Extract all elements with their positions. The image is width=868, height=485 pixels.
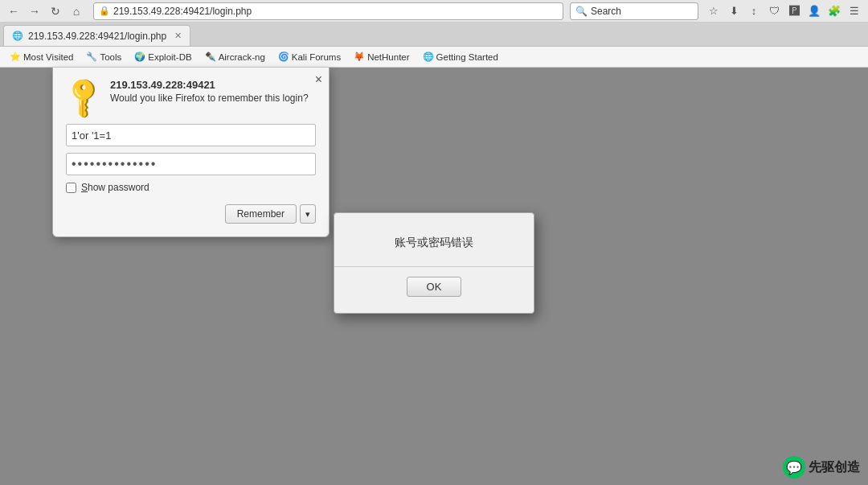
bookmark-aircrack-label: Aircrack-ng	[219, 52, 265, 62]
popup-title-block: 219.153.49.228:49421 Would you like Fire…	[110, 79, 316, 104]
forward-button[interactable]: →	[26, 2, 43, 20]
alert-separator	[334, 266, 534, 267]
bookmark-aircrack[interactable]: ✒️ Aircrack-ng	[200, 50, 270, 64]
bookmark-exploit-icon: 🌍	[134, 51, 145, 62]
menu-icon[interactable]: ☰	[845, 2, 863, 20]
search-icon: 🔍	[575, 6, 588, 17]
alert-dialog: 账号或密码错误 OK	[334, 212, 534, 314]
reload-button[interactable]: ↻	[47, 2, 64, 20]
popup-domain: 219.153.49.228:49421	[110, 79, 316, 91]
download-icon[interactable]: ⬇	[725, 2, 743, 20]
pocket-icon[interactable]: 🅿	[785, 2, 803, 20]
watermark: 💬 先驱创造	[783, 456, 860, 479]
popup-question: Would you like Firefox to remember this …	[110, 92, 316, 104]
alert-content: 账号或密码错误 OK	[334, 213, 534, 313]
watermark-text: 先驱创造	[809, 459, 860, 476]
tab-bar: 🌐 219.153.49.228:49421/login.php ✕	[0, 23, 868, 47]
tab-close-button[interactable]: ✕	[174, 31, 182, 41]
bookmark-nethunter[interactable]: 🦊 NetHunter	[349, 50, 414, 64]
user-icon[interactable]: 👤	[805, 2, 823, 20]
toolbar-icons: ☆ ⬇ ↕ 🛡 🅿 👤 🧩 ☰	[705, 2, 863, 20]
title-bar: ← → ↻ ⌂ 🔒 219.153.49.228:49421/login.php…	[0, 0, 868, 23]
key-icon: 🔑	[59, 72, 109, 122]
bookmark-tools[interactable]: 🔧 Tools	[81, 50, 126, 64]
wechat-icon: 💬	[783, 456, 805, 479]
page-content: × 🔑 219.153.49.228:49421 Would you like …	[0, 68, 868, 485]
show-password-row: Show password	[66, 182, 316, 193]
show-password-checkbox[interactable]	[66, 183, 76, 193]
bookmark-exploit-label: Exploit-DB	[148, 52, 191, 62]
bookmark-nethunter-label: NetHunter	[367, 52, 409, 62]
bookmark-nethunter-icon: 🦊	[354, 51, 365, 62]
bookmark-exploit-db[interactable]: 🌍 Exploit-DB	[129, 50, 196, 64]
search-bar[interactable]: 🔍 Search	[570, 2, 698, 20]
search-placeholder: Search	[591, 6, 621, 17]
address-bar[interactable]: 🔒 219.153.49.228:49421/login.php	[93, 2, 563, 20]
bookmark-kali-label: Kali Forums	[292, 52, 341, 62]
password-save-popup: × 🔑 219.153.49.228:49421 Would you like …	[52, 68, 330, 237]
browser-frame: ← → ↻ ⌂ 🔒 219.153.49.228:49421/login.php…	[0, 0, 868, 485]
nav-buttons: ← → ↻ ⌂	[5, 2, 85, 20]
back-button[interactable]: ←	[5, 2, 23, 20]
popup-close-button[interactable]: ×	[315, 72, 322, 87]
alert-message: 账号或密码错误	[350, 236, 518, 250]
addon-icon[interactable]: 🧩	[825, 2, 843, 20]
home-button[interactable]: ⌂	[68, 2, 85, 20]
bookmark-kali-forums[interactable]: 🌀 Kali Forums	[273, 50, 346, 64]
bookmark-star-icon: ⭐	[10, 51, 21, 62]
popup-header: 🔑 219.153.49.228:49421 Would you like Fi…	[66, 79, 316, 114]
bookmark-getting-started[interactable]: 🌐 Getting Started	[418, 50, 503, 64]
star-icon[interactable]: ☆	[705, 2, 723, 20]
address-text: 219.153.49.228:49421/login.php	[113, 6, 252, 17]
username-field[interactable]	[66, 124, 316, 146]
bookmark-tools-icon: 🔧	[86, 51, 97, 62]
bookmark-aircrack-icon: ✒️	[205, 51, 216, 62]
show-password-label[interactable]: Show password	[81, 182, 149, 193]
bookmark-start-label: Getting Started	[436, 52, 498, 62]
remember-button[interactable]: Remember	[225, 204, 297, 224]
bookmark-start-icon: 🌐	[423, 51, 434, 62]
active-tab[interactable]: 🌐 219.153.49.228:49421/login.php ✕	[3, 25, 190, 46]
sync-icon[interactable]: ↕	[745, 2, 763, 20]
bookmark-tools-label: Tools	[100, 52, 121, 62]
bookmark-most-visited-label: Most Visited	[23, 52, 73, 62]
alert-ok-button[interactable]: OK	[407, 277, 462, 297]
bookmark-most-visited[interactable]: ⭐ Most Visited	[5, 50, 78, 64]
bookmark-kali-icon: 🌀	[278, 51, 289, 62]
password-field[interactable]	[66, 153, 316, 175]
tab-favicon: 🌐	[12, 31, 23, 41]
tab-title: 219.153.49.228:49421/login.php	[28, 31, 166, 42]
bookmarks-bar: ⭐ Most Visited 🔧 Tools 🌍 Exploit-DB ✒️ A…	[0, 47, 868, 68]
shield-icon[interactable]: 🛡	[765, 2, 783, 20]
address-lock-icon: 🔒	[99, 6, 110, 16]
popup-footer: Remember ▾	[66, 204, 316, 224]
remember-dropdown-button[interactable]: ▾	[300, 204, 316, 224]
